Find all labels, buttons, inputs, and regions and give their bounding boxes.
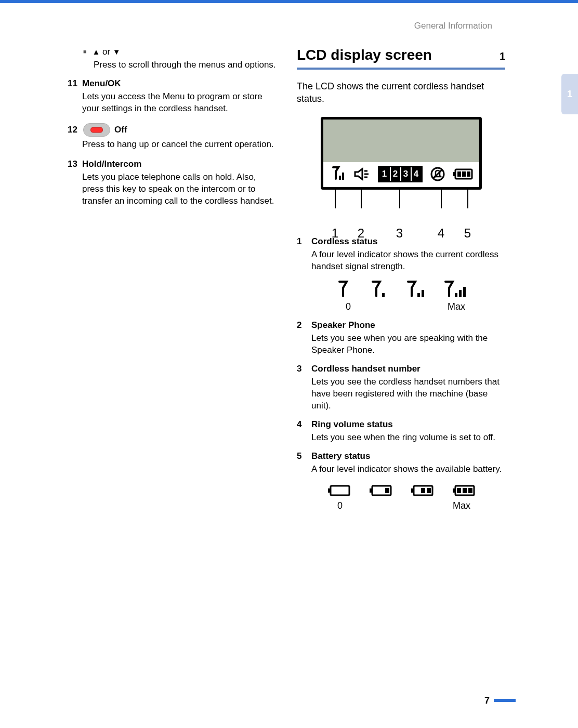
svg-rect-18 <box>417 293 420 297</box>
section-tag: 1 <box>500 50 505 62</box>
svg-rect-17 <box>382 293 385 297</box>
footer-accent-bar <box>494 699 516 702</box>
arrow-bullet-line: ■ ▲ or ▼ <box>83 47 276 57</box>
square-bullet-icon: ■ <box>83 48 87 55</box>
svg-rect-21 <box>459 290 462 297</box>
item-number: 13 <box>68 159 82 169</box>
legend-number: 1 <box>297 236 311 247</box>
legend-desc: Lets you see when the ring volume is set… <box>311 432 505 444</box>
signal-levels-figure <box>297 281 505 298</box>
battery-level-labels: 0 Max <box>297 500 505 513</box>
lcd-icon-row: 1 2 3 4 <box>323 164 479 184</box>
legend-item: 4 Ring volume status <box>297 419 505 430</box>
svg-rect-8 <box>453 172 455 176</box>
svg-rect-24 <box>328 488 331 493</box>
item-title: Hold/Intercom <box>82 159 141 169</box>
legend-number: 3 <box>297 364 311 374</box>
lcd-figure: 1 2 3 4 <box>321 117 482 226</box>
battery-level-1-icon <box>369 484 392 497</box>
off-key-icon <box>83 123 110 137</box>
svg-rect-22 <box>463 287 466 297</box>
legend-number: 4 <box>297 419 311 430</box>
signal-level-1-icon <box>370 281 388 298</box>
item-row: 12 Off <box>68 123 276 137</box>
page-content: ■ ▲ or ▼ Press to scroll through the men… <box>68 47 505 686</box>
legend-desc: A four level indicator shows the current… <box>311 249 505 273</box>
section-rule <box>297 68 505 70</box>
signal-level-3-icon <box>444 281 467 298</box>
svg-rect-19 <box>422 290 424 297</box>
left-column: ■ ▲ or ▼ Press to scroll through the men… <box>68 47 276 519</box>
level-max-label: Max <box>448 301 465 312</box>
callout-label: 4 <box>438 226 444 241</box>
handset-number-box: 1 2 3 4 <box>378 166 423 182</box>
svg-rect-35 <box>463 488 467 493</box>
battery-icon <box>453 168 474 180</box>
legend-title: Ring volume status <box>311 419 393 430</box>
legend-title: Speaker Phone <box>311 320 375 330</box>
item-desc: Lets you place telephone calls on hold. … <box>82 171 276 207</box>
lcd-callouts: 1 2 3 4 5 <box>321 190 482 226</box>
svg-rect-10 <box>462 171 466 177</box>
level-min-label: 0 <box>346 301 351 312</box>
legend-item: 5 Battery status <box>297 451 505 461</box>
item-title: Menu/OK <box>82 78 121 89</box>
svg-rect-1 <box>342 173 344 180</box>
chapter-tab: 1 <box>561 74 578 114</box>
svg-rect-36 <box>468 488 472 493</box>
legend-title: Cordless handset number <box>311 364 421 374</box>
svg-rect-34 <box>457 488 461 493</box>
legend-desc: Lets you see the cordless handset number… <box>311 376 505 412</box>
legend-desc: A four level indicator shows the availab… <box>311 464 505 475</box>
callout-label: 1 <box>332 226 338 241</box>
callout-label: 5 <box>464 226 471 241</box>
right-column: LCD display screen 1 The LCD shows the c… <box>297 47 505 519</box>
handset-digit: 4 <box>411 167 421 181</box>
handset-digit: 1 <box>379 167 390 181</box>
legend-item: 3 Cordless handset number <box>297 364 505 374</box>
level-max-label: Max <box>453 500 470 511</box>
up-triangle-icon: ▲ <box>92 47 100 56</box>
top-accent-bar <box>0 0 578 3</box>
arrow-desc: Press to scroll through the menus and op… <box>94 59 276 71</box>
legend-title: Battery status <box>311 451 370 461</box>
battery-level-0-icon <box>327 484 351 497</box>
signal-level-2-icon <box>406 281 427 298</box>
page-number: 7 <box>484 695 490 706</box>
svg-rect-29 <box>411 488 414 493</box>
svg-rect-26 <box>370 488 372 493</box>
speaker-icon <box>354 167 371 181</box>
battery-level-3-icon <box>452 484 476 497</box>
item-number: 11 <box>68 78 82 89</box>
signal-icon <box>329 166 347 182</box>
svg-rect-0 <box>339 176 341 180</box>
handset-digit: 2 <box>390 167 400 181</box>
svg-rect-30 <box>421 488 425 493</box>
svg-rect-23 <box>331 486 349 495</box>
or-word: or <box>102 47 110 57</box>
svg-rect-33 <box>453 488 455 493</box>
svg-rect-11 <box>467 171 470 177</box>
handset-digit: 3 <box>400 167 411 181</box>
legend-number: 5 <box>297 451 311 461</box>
item-desc: Lets you access the Menu to program or s… <box>82 91 276 115</box>
legend-item: 2 Speaker Phone <box>297 320 505 330</box>
item-desc: Press to hang up or cancel the current o… <box>82 139 276 151</box>
svg-rect-9 <box>457 171 461 177</box>
section-intro: The LCD shows the current cordless hands… <box>297 80 505 105</box>
svg-rect-27 <box>385 488 389 493</box>
legend-number: 2 <box>297 320 311 330</box>
callout-label: 3 <box>396 226 403 241</box>
battery-levels-figure <box>297 484 505 497</box>
lcd-frame: 1 2 3 4 <box>321 117 482 190</box>
svg-rect-31 <box>427 488 431 493</box>
section-heading: LCD display screen <box>297 47 432 63</box>
signal-level-labels: 0 Max <box>297 301 505 314</box>
item-number: 12 <box>68 125 82 135</box>
item-title: Off <box>114 125 127 135</box>
down-triangle-icon: ▼ <box>113 47 121 56</box>
legend-title: Cordless status <box>311 236 378 247</box>
level-min-label: 0 <box>337 500 343 511</box>
lcd-top-area <box>323 120 479 162</box>
legend-desc: Lets you see when you are speaking with … <box>311 333 505 356</box>
